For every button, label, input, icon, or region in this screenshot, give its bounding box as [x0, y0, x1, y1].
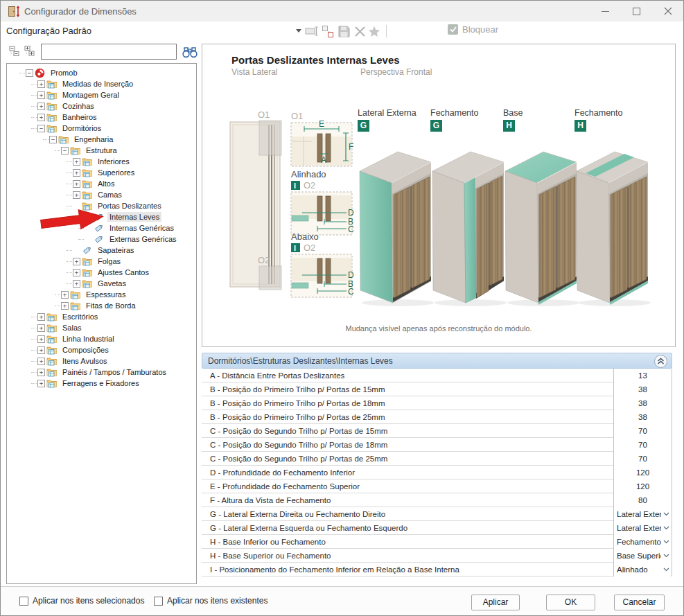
tree-item[interactable]: +Altos	[7, 178, 196, 189]
parameter-value-field[interactable]: 120	[613, 466, 672, 479]
expand-icon[interactable]: +	[73, 258, 80, 265]
title-bar[interactable]: Configurador de Dimensões	[1, 1, 683, 21]
tree-item-label[interactable]: Composições	[60, 345, 111, 355]
tree-item-label[interactable]: Banheiros	[60, 112, 99, 122]
configuration-select[interactable]: Configuração Padrão	[6, 23, 304, 39]
tree-item-label[interactable]: Camas	[96, 190, 124, 200]
expand-icon[interactable]: +	[37, 358, 45, 365]
tree-item-label[interactable]: Medidas de Inserção	[60, 79, 135, 89]
chevron-down-icon[interactable]	[661, 554, 672, 558]
tree-item[interactable]: +Espessuras	[7, 289, 196, 300]
tree-item[interactable]: +Ajustes Cantos	[7, 267, 196, 278]
tree-item-label[interactable]: Linha Industrial	[60, 334, 116, 344]
tree-item[interactable]: +Linha Industrial	[7, 333, 196, 344]
tree-item-label[interactable]: Internas Genéricas	[107, 223, 176, 233]
parameter-value-field[interactable]: 120	[613, 479, 672, 493]
parameter-value-field[interactable]: 80	[613, 493, 672, 507]
chevron-down-icon[interactable]	[661, 567, 672, 572]
expand-icon[interactable]: +	[37, 380, 45, 387]
apply-existing-checkbox[interactable]: Aplicar nos itens existentes	[154, 596, 268, 606]
tree-item[interactable]: Portas Deslizantes	[7, 200, 196, 211]
tree-item[interactable]: +Banheiros	[7, 112, 196, 123]
tree-item[interactable]: Internas Genéricas	[7, 222, 196, 234]
expand-icon[interactable]: +	[37, 335, 45, 343]
expand-icon[interactable]: +	[61, 291, 69, 299]
parameter-value-field[interactable]: 38	[613, 382, 672, 396]
find-button[interactable]	[180, 44, 200, 60]
chevron-down-icon[interactable]	[661, 540, 672, 544]
table-header[interactable]: Dormitórios\Estruturas Deslizantes\Inter…	[202, 353, 672, 369]
tree-item[interactable]: +Medidas de Inserção	[7, 78, 196, 89]
parameter-select[interactable]: Lateral Externa	[613, 521, 672, 535]
tree-item-label[interactable]: Inferiores	[96, 157, 132, 166]
tree-item[interactable]: +Folgas	[7, 256, 196, 267]
tree-item-label[interactable]: Estrutura	[84, 146, 119, 155]
expand-icon[interactable]: +	[73, 191, 80, 199]
tree-item-label[interactable]: Engenharia	[72, 134, 115, 144]
expand-icon[interactable]: +	[37, 369, 45, 376]
parameter-value-field[interactable]: 70	[613, 438, 672, 452]
parameter-select[interactable]: Fechamento	[613, 535, 672, 549]
collapse-icon[interactable]: −	[49, 136, 57, 143]
tree-item[interactable]: +Gavetas	[7, 278, 196, 289]
tree-item-label[interactable]: Escritórios	[60, 312, 100, 322]
minimize-button[interactable]	[590, 1, 621, 21]
tree-item-label[interactable]: Folgas	[96, 256, 123, 266]
parameter-value-field[interactable]: 38	[613, 396, 672, 410]
tree-item-label[interactable]: Externas Genéricas	[107, 234, 179, 244]
parameter-value-field[interactable]: 13	[613, 369, 672, 382]
expand-all-icon[interactable]	[24, 45, 37, 58]
expand-icon[interactable]: +	[37, 313, 45, 321]
tree-item-label[interactable]: Promob	[49, 68, 80, 78]
expand-icon[interactable]: +	[61, 302, 69, 310]
expand-icon[interactable]: +	[73, 169, 80, 177]
tree-item[interactable]: −Dormitórios	[7, 123, 196, 134]
tree-item-label[interactable]: Superiores	[96, 168, 137, 177]
configuration-tree[interactable]: −Promob+Medidas de Inserção+Montagem Ger…	[6, 63, 197, 584]
tree-item[interactable]: +Painéis / Tampos / Tamburatos	[7, 367, 196, 378]
expand-icon[interactable]: +	[37, 346, 45, 354]
tree-item-label[interactable]: Internas Leves	[107, 212, 161, 222]
tree-item-label[interactable]: Fitas de Borda	[84, 301, 138, 310]
maximize-button[interactable]	[621, 1, 652, 21]
tree-item[interactable]: Internas Leves	[7, 211, 196, 222]
tree-item-label[interactable]: Altos	[96, 179, 116, 188]
parameter-select[interactable]: Base Superior	[613, 549, 672, 563]
expand-icon[interactable]: +	[37, 80, 45, 88]
expand-icon[interactable]: +	[73, 280, 80, 288]
save-icon[interactable]	[336, 24, 351, 39]
apply-button[interactable]: Aplicar	[471, 595, 520, 610]
expand-icon[interactable]: +	[37, 324, 45, 332]
tree-item-label[interactable]: Salas	[60, 323, 84, 333]
collapse-icon[interactable]: −	[61, 147, 69, 155]
tree-item[interactable]: +Composições	[7, 344, 196, 355]
expand-icon[interactable]: +	[37, 91, 45, 99]
tree-item-label[interactable]: Ferragens e Fixadores	[60, 378, 141, 388]
expand-icon[interactable]: +	[73, 158, 80, 166]
expand-icon[interactable]: +	[73, 269, 80, 276]
expand-icon[interactable]: +	[73, 180, 80, 188]
apply-selected-checkbox[interactable]: Aplicar nos itens selecionados	[19, 596, 144, 606]
tree-item[interactable]: +Itens Avulsos	[7, 355, 196, 367]
tree-item[interactable]: +Escritórios	[7, 311, 196, 322]
tree-item[interactable]: +Ferragens e Fixadores	[7, 378, 196, 389]
tree-item-label[interactable]: Painéis / Tampos / Tamburatos	[60, 367, 168, 377]
tree-item-label[interactable]: Espessuras	[84, 290, 128, 299]
tree-item-label[interactable]: Gavetas	[96, 279, 128, 288]
parameter-value-field[interactable]: 38	[613, 410, 672, 424]
bloquear-checkbox[interactable]: Bloquear	[448, 24, 498, 35]
tree-item-label[interactable]: Dormitórios	[60, 123, 103, 133]
favorite-icon[interactable]	[367, 24, 382, 39]
tree-item-label[interactable]: Montagem Geral	[60, 90, 121, 100]
tree-item[interactable]: +Inferiores	[7, 156, 196, 167]
collapse-all-icon[interactable]	[9, 45, 21, 58]
ok-button[interactable]: OK	[546, 595, 595, 610]
tree-item[interactable]: −Promob	[7, 67, 196, 78]
tree-item[interactable]: +Fitas de Borda	[7, 300, 196, 311]
parameter-value-field[interactable]: 70	[613, 424, 672, 438]
chevron-down-icon[interactable]	[661, 512, 672, 516]
tree-item[interactable]: +Montagem Geral	[7, 89, 196, 100]
tree-item[interactable]: Sapateiras	[7, 245, 196, 256]
parameter-select[interactable]: Lateral Externa	[613, 507, 672, 521]
rename-icon[interactable]	[304, 24, 319, 39]
